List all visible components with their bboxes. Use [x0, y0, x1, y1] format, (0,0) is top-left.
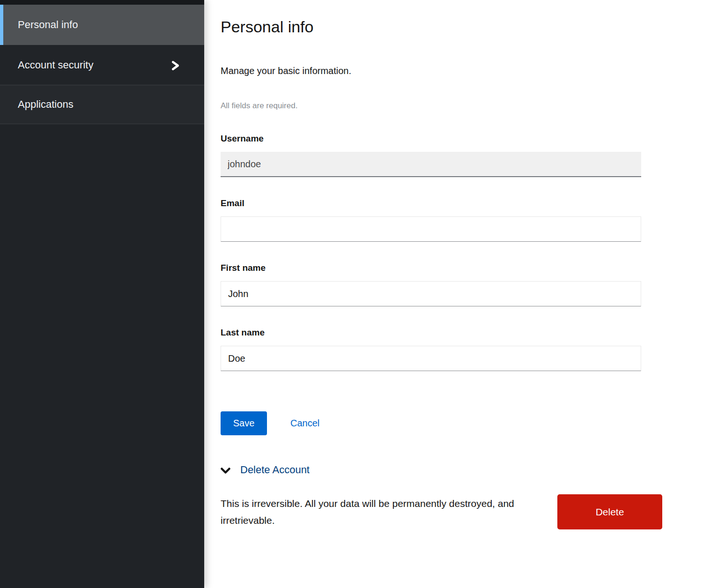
sidebar-item-label: Applications: [18, 98, 74, 111]
page-title: Personal info: [221, 18, 703, 36]
sidebar-nav: Personal info Account security Applicati…: [0, 5, 204, 124]
main-content: Personal info Manage your basic informat…: [204, 0, 703, 588]
save-button[interactable]: Save: [221, 411, 267, 435]
chevron-down-icon: [221, 468, 230, 474]
email-label: Email: [221, 199, 641, 208]
delete-warning-text: This is irreversible. All your data will…: [221, 494, 539, 529]
cancel-button[interactable]: Cancel: [290, 418, 319, 429]
sidebar-item-applications[interactable]: Applications: [0, 85, 204, 124]
sidebar-item-account-security[interactable]: Account security: [0, 45, 204, 85]
chevron-right-icon: [171, 60, 180, 71]
required-fields-note: All fields are required.: [221, 101, 703, 111]
username-label: Username: [221, 134, 641, 143]
sidebar: Personal info Account security Applicati…: [0, 0, 204, 588]
username-field-group: Username: [221, 134, 641, 177]
page-subtitle: Manage your basic information.: [221, 66, 703, 76]
first-name-label: First name: [221, 263, 641, 273]
sidebar-item-label: Account security: [18, 59, 93, 71]
sidebar-top-strip: [0, 0, 204, 5]
first-name-field-group: First name: [221, 263, 641, 306]
delete-account-section: This is irreversible. All your data will…: [221, 494, 662, 529]
form-actions: Save Cancel: [221, 411, 641, 435]
sidebar-item-personal-info[interactable]: Personal info: [0, 5, 204, 45]
last-name-field-group: Last name: [221, 328, 641, 371]
first-name-field[interactable]: [221, 281, 641, 306]
username-input: [221, 152, 641, 177]
email-field[interactable]: [221, 216, 641, 242]
account-console-app: Personal info Account security Applicati…: [0, 0, 703, 588]
email-field-group: Email: [221, 199, 641, 242]
last-name-field[interactable]: [221, 346, 641, 371]
delete-account-toggle[interactable]: Delete Account: [221, 464, 703, 476]
delete-button[interactable]: Delete: [557, 494, 662, 529]
delete-account-link[interactable]: Delete Account: [240, 464, 310, 476]
last-name-label: Last name: [221, 328, 641, 337]
sidebar-item-label: Personal info: [18, 19, 78, 31]
personal-info-form: Username Email First name Last name Save…: [221, 134, 641, 435]
